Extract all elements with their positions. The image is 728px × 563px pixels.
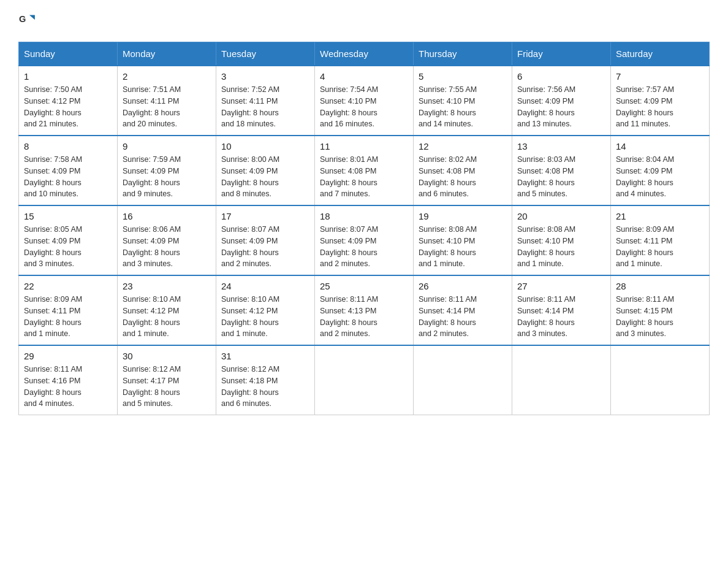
page-header: G	[18, 12, 710, 29]
day-cell: 8Sunrise: 7:58 AMSunset: 4:09 PMDaylight…	[19, 136, 118, 205]
day-info: Sunrise: 8:09 AMSunset: 4:11 PMDaylight:…	[616, 224, 704, 270]
day-info: Sunrise: 8:07 AMSunset: 4:09 PMDaylight:…	[221, 224, 309, 270]
week-row-1: 1Sunrise: 7:50 AMSunset: 4:12 PMDaylight…	[19, 66, 710, 136]
day-cell: 29Sunrise: 8:11 AMSunset: 4:16 PMDayligh…	[19, 345, 118, 415]
day-cell: 17Sunrise: 8:07 AMSunset: 4:09 PMDayligh…	[216, 205, 315, 275]
day-cell	[512, 345, 611, 415]
day-info: Sunrise: 8:10 AMSunset: 4:12 PMDaylight:…	[123, 294, 211, 340]
day-info: Sunrise: 8:03 AMSunset: 4:08 PMDaylight:…	[517, 154, 605, 200]
day-cell: 1Sunrise: 7:50 AMSunset: 4:12 PMDaylight…	[19, 66, 118, 136]
day-cell: 5Sunrise: 7:55 AMSunset: 4:10 PMDaylight…	[414, 66, 512, 136]
day-info: Sunrise: 7:57 AMSunset: 4:09 PMDaylight:…	[616, 84, 704, 130]
day-info: Sunrise: 8:07 AMSunset: 4:09 PMDaylight:…	[320, 224, 408, 270]
logo: G	[18, 12, 38, 29]
day-cell: 9Sunrise: 7:59 AMSunset: 4:09 PMDaylight…	[118, 136, 216, 205]
week-row-2: 8Sunrise: 7:58 AMSunset: 4:09 PMDaylight…	[19, 136, 710, 205]
day-cell: 26Sunrise: 8:11 AMSunset: 4:14 PMDayligh…	[414, 275, 512, 345]
day-cell: 21Sunrise: 8:09 AMSunset: 4:11 PMDayligh…	[611, 205, 710, 275]
day-info: Sunrise: 8:08 AMSunset: 4:10 PMDaylight:…	[517, 224, 605, 270]
header-sunday: Sunday	[19, 42, 118, 66]
day-number: 18	[320, 211, 408, 221]
day-number: 9	[123, 141, 211, 151]
day-number: 7	[616, 71, 704, 82]
day-cell: 6Sunrise: 7:56 AMSunset: 4:09 PMDaylight…	[512, 66, 611, 136]
svg-marker-1	[29, 15, 35, 20]
day-cell: 23Sunrise: 8:10 AMSunset: 4:12 PMDayligh…	[118, 275, 216, 345]
week-row-5: 29Sunrise: 8:11 AMSunset: 4:16 PMDayligh…	[19, 345, 710, 415]
day-number: 1	[24, 71, 112, 82]
day-cell	[611, 345, 710, 415]
day-info: Sunrise: 8:02 AMSunset: 4:08 PMDaylight:…	[419, 154, 507, 200]
day-cell: 24Sunrise: 8:10 AMSunset: 4:12 PMDayligh…	[216, 275, 315, 345]
day-number: 30	[123, 351, 211, 361]
day-cell: 22Sunrise: 8:09 AMSunset: 4:11 PMDayligh…	[19, 275, 118, 345]
day-number: 5	[419, 71, 507, 82]
day-cell: 14Sunrise: 8:04 AMSunset: 4:09 PMDayligh…	[611, 136, 710, 205]
day-number: 19	[419, 211, 507, 221]
day-info: Sunrise: 7:54 AMSunset: 4:10 PMDaylight:…	[320, 84, 408, 130]
week-row-4: 22Sunrise: 8:09 AMSunset: 4:11 PMDayligh…	[19, 275, 710, 345]
day-info: Sunrise: 8:11 AMSunset: 4:15 PMDaylight:…	[616, 294, 704, 340]
day-cell: 2Sunrise: 7:51 AMSunset: 4:11 PMDaylight…	[118, 66, 216, 136]
day-info: Sunrise: 8:11 AMSunset: 4:14 PMDaylight:…	[517, 294, 605, 340]
day-number: 31	[221, 351, 309, 361]
day-number: 12	[419, 141, 507, 151]
header-thursday: Thursday	[414, 42, 512, 66]
day-number: 21	[616, 211, 704, 221]
day-number: 28	[616, 281, 704, 291]
day-cell: 20Sunrise: 8:08 AMSunset: 4:10 PMDayligh…	[512, 205, 611, 275]
day-number: 10	[221, 141, 309, 151]
day-cell: 28Sunrise: 8:11 AMSunset: 4:15 PMDayligh…	[611, 275, 710, 345]
day-number: 20	[517, 211, 605, 221]
day-cell: 31Sunrise: 8:12 AMSunset: 4:18 PMDayligh…	[216, 345, 315, 415]
day-info: Sunrise: 8:12 AMSunset: 4:17 PMDaylight:…	[123, 364, 211, 410]
day-number: 3	[221, 71, 309, 82]
week-row-3: 15Sunrise: 8:05 AMSunset: 4:09 PMDayligh…	[19, 205, 710, 275]
day-info: Sunrise: 8:11 AMSunset: 4:14 PMDaylight:…	[419, 294, 507, 340]
day-number: 2	[123, 71, 211, 82]
day-cell: 15Sunrise: 8:05 AMSunset: 4:09 PMDayligh…	[19, 205, 118, 275]
day-cell: 10Sunrise: 8:00 AMSunset: 4:09 PMDayligh…	[216, 136, 315, 205]
day-number: 22	[24, 281, 112, 291]
day-info: Sunrise: 8:10 AMSunset: 4:12 PMDaylight:…	[221, 294, 309, 340]
day-info: Sunrise: 8:08 AMSunset: 4:10 PMDaylight:…	[419, 224, 507, 270]
calendar-table: SundayMondayTuesdayWednesdayThursdayFrid…	[18, 42, 710, 415]
day-info: Sunrise: 8:04 AMSunset: 4:09 PMDaylight:…	[616, 154, 704, 200]
day-number: 11	[320, 141, 408, 151]
header-friday: Friday	[512, 42, 611, 66]
day-info: Sunrise: 8:05 AMSunset: 4:09 PMDaylight:…	[24, 224, 112, 270]
day-number: 4	[320, 71, 408, 82]
day-cell: 12Sunrise: 8:02 AMSunset: 4:08 PMDayligh…	[414, 136, 512, 205]
day-info: Sunrise: 8:11 AMSunset: 4:13 PMDaylight:…	[320, 294, 408, 340]
day-number: 27	[517, 281, 605, 291]
day-number: 16	[123, 211, 211, 221]
day-number: 14	[616, 141, 704, 151]
header-monday: Monday	[118, 42, 216, 66]
day-cell: 25Sunrise: 8:11 AMSunset: 4:13 PMDayligh…	[315, 275, 414, 345]
day-cell: 27Sunrise: 8:11 AMSunset: 4:14 PMDayligh…	[512, 275, 611, 345]
day-cell: 16Sunrise: 8:06 AMSunset: 4:09 PMDayligh…	[118, 205, 216, 275]
day-number: 15	[24, 211, 112, 221]
day-number: 8	[24, 141, 112, 151]
day-number: 24	[221, 281, 309, 291]
day-info: Sunrise: 7:50 AMSunset: 4:12 PMDaylight:…	[24, 84, 112, 130]
day-info: Sunrise: 8:00 AMSunset: 4:09 PMDaylight:…	[221, 154, 309, 200]
day-info: Sunrise: 8:06 AMSunset: 4:09 PMDaylight:…	[123, 224, 211, 270]
day-cell: 18Sunrise: 8:07 AMSunset: 4:09 PMDayligh…	[315, 205, 414, 275]
days-header-row: SundayMondayTuesdayWednesdayThursdayFrid…	[19, 42, 710, 66]
day-info: Sunrise: 8:01 AMSunset: 4:08 PMDaylight:…	[320, 154, 408, 200]
day-number: 17	[221, 211, 309, 221]
day-cell: 7Sunrise: 7:57 AMSunset: 4:09 PMDaylight…	[611, 66, 710, 136]
day-number: 6	[517, 71, 605, 82]
day-cell: 11Sunrise: 8:01 AMSunset: 4:08 PMDayligh…	[315, 136, 414, 205]
day-cell: 4Sunrise: 7:54 AMSunset: 4:10 PMDaylight…	[315, 66, 414, 136]
header-tuesday: Tuesday	[216, 42, 315, 66]
header-wednesday: Wednesday	[315, 42, 414, 66]
day-info: Sunrise: 7:58 AMSunset: 4:09 PMDaylight:…	[24, 154, 112, 200]
logo-icon: G	[18, 12, 36, 29]
day-cell: 19Sunrise: 8:08 AMSunset: 4:10 PMDayligh…	[414, 205, 512, 275]
day-cell: 3Sunrise: 7:52 AMSunset: 4:11 PMDaylight…	[216, 66, 315, 136]
day-number: 23	[123, 281, 211, 291]
day-info: Sunrise: 8:09 AMSunset: 4:11 PMDaylight:…	[24, 294, 112, 340]
day-cell	[315, 345, 414, 415]
